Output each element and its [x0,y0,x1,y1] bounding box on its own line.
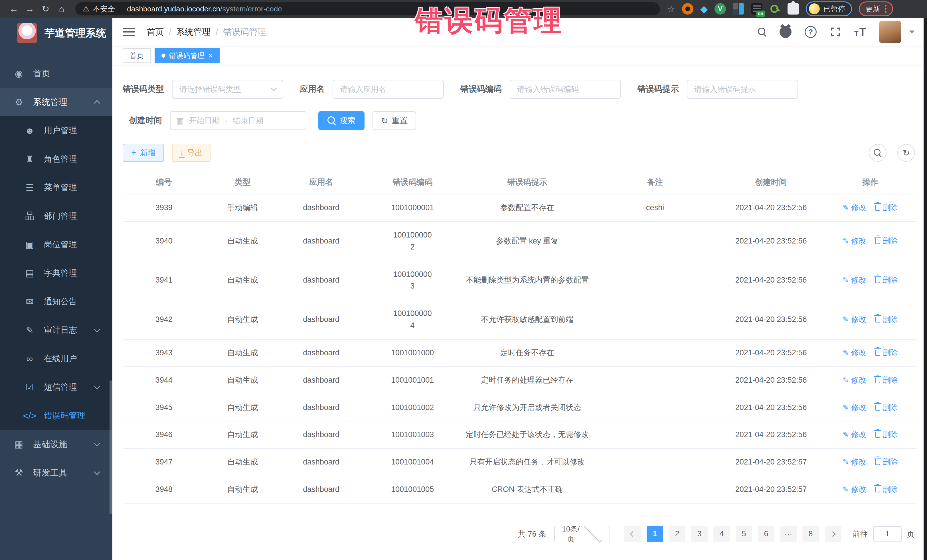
chevron-down-icon[interactable] [909,30,915,33]
cell-hint: 参数配置不存在 [463,194,592,222]
page-button-3[interactable]: 3 [691,526,708,542]
app-title: 芋道管理系统 [44,26,106,40]
edit-link[interactable]: 修改 [843,402,866,414]
delete-link[interactable]: 删除 [875,235,898,247]
cell-ops: 修改删除 [824,222,917,261]
extension-key-icon[interactable] [769,3,781,15]
cell-id: 3947 [123,449,205,476]
sidebar-item-error-code-management[interactable]: </>错误码管理 [0,401,112,430]
browser-update-button[interactable]: 更新 [859,2,893,16]
address-bar[interactable]: ⚠ 不安全 dashboard.yudao.iocoder.cn /system… [75,2,660,15]
bookmark-star-icon[interactable]: ☆ [667,4,675,14]
reset-button[interactable]: 重置 [372,111,416,130]
error-code-input[interactable] [510,80,621,99]
not-secure-warning-icon: ⚠ [83,5,89,14]
delete-link[interactable]: 删除 [875,484,898,496]
sidebar-item-user-management[interactable]: ☻用户管理 [0,116,112,145]
sidebar-item-sms-management[interactable]: ☑短信管理 [0,373,112,401]
sidebar-item-audit-log[interactable]: ✎审计日志 [0,316,112,344]
add-button[interactable]: 新增 [123,144,164,162]
delete-link[interactable]: 删除 [875,402,898,414]
font-size-icon[interactable] [854,27,866,37]
extension-switch-icon[interactable]: on [751,3,763,15]
edit-link[interactable]: 修改 [843,374,866,386]
breadcrumb-separator: / [169,27,171,37]
export-button[interactable]: 导出 [172,144,211,162]
user-avatar[interactable] [879,21,901,43]
page-button-4[interactable]: 4 [713,526,730,542]
delete-link[interactable]: 删除 [875,374,898,386]
tab-inactive[interactable]: 首页 [123,48,150,63]
extension-grid-icon[interactable] [733,3,744,15]
trash-icon [875,317,880,322]
page-button-5[interactable]: 5 [736,526,752,542]
tab-active[interactable]: 错误码管理 [155,48,220,63]
delete-link[interactable]: 删除 [875,429,898,441]
sidebar-item-post-management[interactable]: ▣岗位管理 [0,231,112,259]
cell-type: 自动生成 [205,222,280,261]
reload-icon[interactable]: ↻ [38,3,54,14]
page-button-8[interactable]: 8 [802,526,819,542]
edit-link[interactable]: 修改 [843,456,866,468]
error-type-select[interactable]: 请选择错误码类型 [172,80,283,99]
refresh-table-button[interactable] [897,144,915,162]
breadcrumb-system[interactable]: 系统管理 [176,26,211,38]
forward-icon[interactable]: → [22,4,38,14]
delete-link[interactable]: 删除 [875,347,898,359]
search-button[interactable]: 搜索 [318,111,365,130]
page-size-select[interactable]: 10条/页 [554,526,610,542]
fullscreen-icon[interactable] [830,26,841,38]
breadcrumb-home[interactable]: 首页 [147,26,164,38]
sidebar-item-infrastructure[interactable]: ▦基础设施 [0,430,112,458]
browser-profile-chip[interactable]: 已暂停 [806,2,852,16]
home-icon[interactable]: ⌂ [54,4,70,14]
sidebar-item-notice-management[interactable]: ✉通知公告 [0,287,112,316]
close-icon[interactable] [208,52,213,59]
sidebar-item-dev-tools[interactable]: ⚒研发工具 [0,458,112,487]
sidebar-item-role-management[interactable]: ♜角色管理 [0,145,112,173]
toggle-search-button[interactable] [869,144,886,162]
delete-link[interactable]: 删除 [875,202,898,214]
back-icon[interactable]: ← [6,4,22,14]
extension-v-icon[interactable]: V [714,3,726,15]
extensions-puzzle-icon[interactable] [787,3,799,15]
edit-link[interactable]: 修改 [843,347,866,359]
delete-link[interactable]: 删除 [875,314,898,326]
prev-page-button[interactable] [625,526,641,542]
extension-orange-icon[interactable] [682,3,693,15]
error-hint-input[interactable] [687,80,798,99]
next-page-button[interactable] [825,526,841,542]
security-label[interactable]: 不安全 [93,4,115,14]
sidebar-item-menu-management[interactable]: ☰菜单管理 [0,173,112,202]
hamburger-icon[interactable] [123,28,135,36]
edit-link[interactable]: 修改 [843,429,866,441]
delete-link[interactable]: 删除 [875,274,898,286]
date-range-picker[interactable]: 开始日期 - 结束日期 [170,111,306,130]
cell-time: 2021-04-20 23:52:56 [718,394,824,422]
help-icon[interactable] [805,26,817,38]
page-button-2[interactable]: 2 [669,526,685,542]
more-pages-button[interactable]: ··· [780,526,797,542]
edit-link[interactable]: 修改 [843,202,866,214]
sidebar-scrollbar[interactable] [109,380,112,514]
sidebar-item-system-management[interactable]: ⚙系统管理 [0,88,112,116]
edit-label: 修改 [851,274,866,286]
page-button-1[interactable]: 1 [647,526,663,542]
kebab-menu-icon[interactable] [885,8,886,10]
delete-link[interactable]: 删除 [875,456,898,468]
edit-link[interactable]: 修改 [843,484,866,496]
extension-gem-icon[interactable]: ◆ [700,3,708,15]
edit-link[interactable]: 修改 [843,274,866,286]
sidebar-item-dict-management[interactable]: ▤字典管理 [0,259,112,287]
page-button-6[interactable]: 6 [758,526,774,542]
github-icon[interactable] [780,26,792,38]
search-icon [874,149,881,157]
edit-link[interactable]: 修改 [843,235,866,247]
goto-page-input[interactable] [873,526,902,542]
sidebar-item-dept-management[interactable]: 品部门管理 [0,202,112,231]
search-icon[interactable] [758,28,766,36]
sidebar-item-online-users[interactable]: ∞在线用户 [0,344,112,373]
edit-link[interactable]: 修改 [843,314,866,326]
app-name-input[interactable] [333,80,444,99]
sidebar-item-home[interactable]: ◉首页 [0,59,112,88]
